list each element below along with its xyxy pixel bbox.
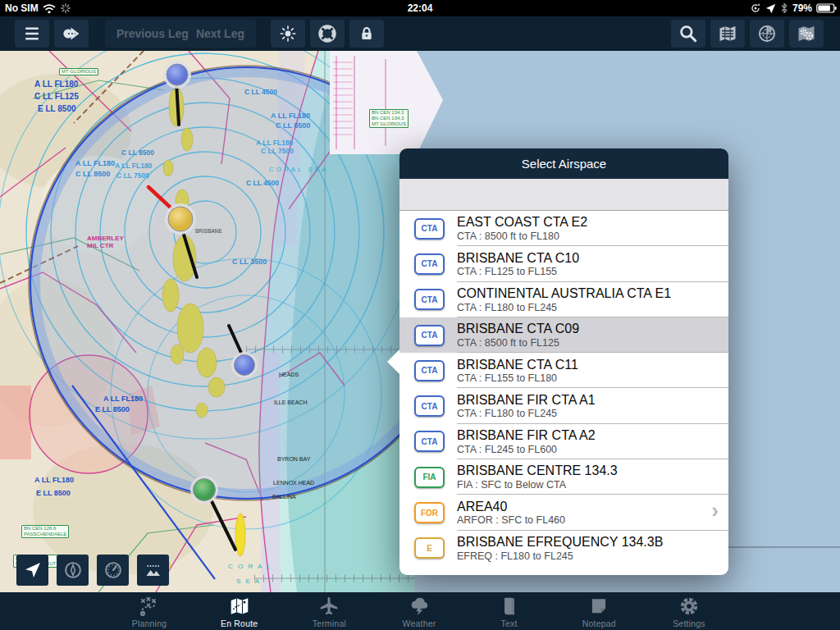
airspace-title: AREA40 bbox=[457, 500, 565, 514]
lock-button[interactable] bbox=[349, 20, 384, 48]
map-settings-button[interactable] bbox=[789, 20, 824, 48]
airspace-limits: CTA : FL125 to FL155 bbox=[457, 266, 579, 277]
airspace-limits: ARFOR : SFC to FL460 bbox=[457, 514, 565, 526]
tab-label: Planning bbox=[132, 619, 167, 628]
terrain-profile-button[interactable] bbox=[137, 555, 169, 586]
notepad-icon bbox=[588, 596, 609, 617]
chart-label: C LL 8500 bbox=[276, 121, 310, 130]
airspace-class-badge: CTA bbox=[414, 289, 445, 310]
airspace-class-badge: CTA bbox=[414, 325, 445, 346]
legs-list-button[interactable] bbox=[15, 20, 49, 48]
chart-label: BALLINA bbox=[272, 494, 296, 500]
gps-location-button[interactable] bbox=[16, 555, 48, 586]
leg-nav-group: Previous Leg Next Leg bbox=[105, 20, 256, 48]
search-icon bbox=[678, 23, 699, 44]
direct-to-icon bbox=[61, 24, 82, 43]
tab-notepad[interactable]: Notepad bbox=[568, 592, 630, 630]
compass-button[interactable] bbox=[57, 555, 89, 586]
chart-label: C LL 7500 bbox=[261, 148, 294, 156]
airspace-class-badge: FIA bbox=[414, 467, 445, 488]
life-ring-icon bbox=[317, 23, 338, 44]
rotation-lock-icon bbox=[750, 2, 761, 14]
tab-label: Text bbox=[501, 619, 518, 628]
chart-label: A LL FL180 bbox=[75, 159, 115, 167]
airspace-row[interactable]: CTA BRISBANE CTA C09 CTA : 8500 ft to FL… bbox=[399, 317, 728, 353]
next-leg-button[interactable]: Next Leg bbox=[196, 27, 244, 40]
chart-label: C LL 7500 bbox=[116, 172, 149, 180]
chart-label: A LL FL180 bbox=[34, 476, 74, 484]
tab-weather[interactable]: Weather bbox=[388, 592, 450, 630]
tab-settings[interactable]: Settings bbox=[658, 592, 720, 630]
map-text-button[interactable] bbox=[710, 20, 745, 48]
chart-label: C LL 8500 bbox=[121, 149, 154, 158]
chart-label: C LL 8500 bbox=[75, 170, 110, 178]
radar-icon bbox=[756, 23, 778, 44]
airspace-limits: CTA : FL180 to FL245 bbox=[457, 302, 671, 313]
airplane-icon bbox=[318, 596, 340, 617]
tab-text[interactable]: Text bbox=[478, 592, 541, 630]
airspace-row[interactable]: FIA BRISBANE CENTRE 134.3 FIA : SFC to B… bbox=[399, 459, 728, 495]
map-text-icon bbox=[717, 24, 738, 43]
chart-label: C LL 4500 bbox=[244, 89, 277, 97]
radar-button[interactable] bbox=[750, 20, 784, 48]
tab-label: Notepad bbox=[582, 619, 616, 628]
planning-icon bbox=[139, 596, 160, 617]
chart-label: BRISBANE bbox=[195, 228, 222, 234]
chart-label: MT GLORIOUS bbox=[59, 68, 98, 75]
lock-icon bbox=[358, 24, 376, 43]
map-settings-icon bbox=[796, 24, 817, 43]
airspace-row[interactable]: CTA BRISBANE CTA C10 CTA : FL125 to FL15… bbox=[399, 246, 728, 281]
airspace-title: BRISBANE CTA C11 bbox=[457, 358, 578, 372]
battery-icon bbox=[816, 3, 837, 13]
speedometer-icon bbox=[103, 559, 124, 581]
airspace-limits: CTA : FL155 to FL180 bbox=[457, 372, 578, 384]
select-airspace-popover: Select Airspace CTA EAST COAST CTA E2 CT… bbox=[399, 148, 728, 575]
airspace-limits: CTA : FL245 to FL600 bbox=[457, 444, 596, 455]
airspace-row[interactable]: CTA BRISBANE FIR CTA A2 CTA : FL245 to F… bbox=[399, 424, 728, 459]
tab-planning[interactable]: Planning bbox=[118, 592, 180, 630]
airspace-row[interactable]: FOR AREA40 ARFOR : SFC to FL460 › bbox=[399, 495, 728, 530]
pan-ring-button[interactable] bbox=[310, 20, 345, 48]
tab-en-route[interactable]: En Route bbox=[208, 592, 271, 630]
airspace-title: BRISBANE FIR CTA A2 bbox=[457, 428, 596, 443]
chart-label: C LL 3500 bbox=[232, 258, 267, 266]
tab-label: En Route bbox=[221, 619, 258, 628]
speed-button[interactable] bbox=[97, 555, 129, 586]
settings-gear-icon bbox=[678, 596, 700, 617]
airspace-row[interactable]: CTA CONTINENTAL AUSTRALIA CTA E1 CTA : F… bbox=[399, 282, 728, 317]
previous-leg-button[interactable]: Previous Leg bbox=[116, 27, 189, 40]
chart-label: CORAL SEA bbox=[269, 166, 329, 173]
chart-label: BN CEN 134.3 BN CEN 134.3 MT GLORIOUS bbox=[369, 109, 409, 128]
toolbar: Previous Leg Next Leg bbox=[0, 16, 840, 51]
location-services-icon bbox=[765, 3, 776, 14]
status-bar: No SIM 22:04 79% bbox=[0, 0, 840, 16]
direct-to-button[interactable] bbox=[54, 20, 89, 48]
chart-label: E LL 8500 bbox=[38, 104, 76, 114]
search-button[interactable] bbox=[671, 20, 705, 48]
airspace-limits: CTA : FL180 to FL245 bbox=[457, 408, 596, 419]
airspace-row[interactable]: CTA BRISBANE FIR CTA A1 CTA : FL180 to F… bbox=[399, 388, 728, 423]
weather-cloud-icon bbox=[409, 596, 430, 617]
chart-label: E LL 8500 bbox=[36, 489, 71, 497]
tab-terminal[interactable]: Terminal bbox=[298, 592, 360, 630]
chart-label: C LL FL125 bbox=[34, 92, 79, 102]
airspace-title: CONTINENTAL AUSTRALIA CTA E1 bbox=[457, 286, 671, 301]
chart-label: C O R A L bbox=[228, 563, 272, 570]
airspace-row[interactable]: CTA EAST COAST CTA E2 CTA : 8500 ft to F… bbox=[399, 211, 728, 246]
airspace-title: BRISBANE CTA C09 bbox=[457, 322, 579, 336]
chart-label: ILLE BEACH bbox=[274, 399, 307, 406]
airspace-class-badge: CTA bbox=[414, 218, 445, 240]
airspace-row[interactable]: CTA BRISBANE CTA C11 CTA : FL155 to FL18… bbox=[399, 353, 728, 388]
airspace-list: CTA EAST COAST CTA E2 CTA : 8500 ft to F… bbox=[399, 211, 728, 566]
popover-title: Select Airspace bbox=[522, 157, 606, 171]
terrain-profile-icon bbox=[143, 560, 164, 580]
navigation-arrow-icon bbox=[23, 560, 43, 580]
chart-label: LENNOX HEAD bbox=[273, 480, 314, 486]
brightness-button[interactable] bbox=[271, 20, 305, 48]
airspace-limits: EFREQ : FL180 to FL245 bbox=[457, 550, 663, 562]
compass-icon bbox=[62, 559, 84, 581]
airspace-row[interactable]: E BRISBANE EFREQUENCY 134.3B EFREQ : FL1… bbox=[399, 531, 728, 566]
brightness-icon bbox=[278, 24, 298, 43]
airspace-class-badge: CTA bbox=[414, 360, 445, 381]
airspace-class-badge: CTA bbox=[414, 395, 445, 417]
